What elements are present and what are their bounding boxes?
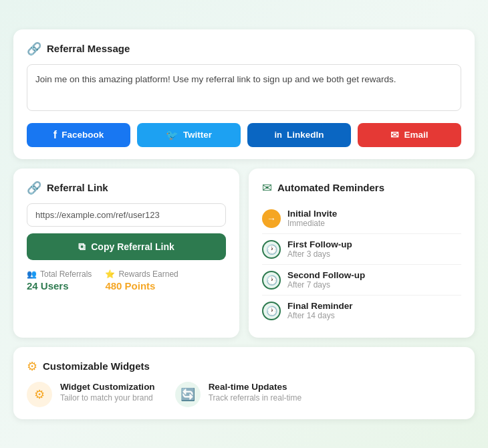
reminder-content-first: First Follow-up After 3 days [287, 239, 352, 259]
realtime-updates-icon-circle: 🔄 [175, 382, 201, 407]
realtime-updates-item: 🔄 Real-time Updates Track referrals in r… [175, 382, 302, 407]
referral-link-card: 🔗 Referral Link ⧉ Copy Referral Link 👥 T… [13, 169, 239, 338]
reminder-title-first: First Follow-up [287, 239, 352, 249]
widgets-header-icon: ⚙ [27, 359, 37, 374]
reminder-dot-second: 🕐 [262, 271, 281, 290]
reminder-content-final: Final Reminder After 14 days [287, 301, 353, 320]
reminder-dot-first: 🕐 [262, 240, 281, 259]
realtime-updates-subtitle: Track referrals in real-time [209, 393, 302, 403]
facebook-button[interactable]: f Facebook [27, 123, 130, 147]
email-button[interactable]: ✉ Email [358, 123, 461, 147]
reminder-list: → Initial Invite Immediate 🕐 First Follo… [262, 203, 461, 326]
referral-link-title: Referral Link [47, 182, 108, 193]
reminder-subtitle-first: After 3 days [287, 249, 352, 259]
total-referrals-value: 24 Users [27, 280, 92, 292]
reminder-subtitle-second: After 7 days [287, 280, 365, 290]
rewards-earned-stat: ⭐ Rewards Earned 480 Points [105, 269, 178, 292]
widgets-header: ⚙ Customizable Widgets [27, 359, 461, 374]
referral-link-icon: 🔗 [27, 181, 41, 195]
widget-customization-subtitle: Tailor to match your brand [60, 393, 155, 403]
reminders-icon: ✉ [262, 181, 272, 195]
email-label: Email [404, 130, 428, 140]
automated-reminders-card: ✉ Automated Reminders → Initial Invite I… [249, 169, 475, 338]
rewards-label: ⭐ Rewards Earned [105, 269, 178, 279]
widget-customization-icon: ⚙ [34, 387, 45, 402]
social-buttons-row: f Facebook 🐦 Twitter in LinkedIn ✉ Email [27, 123, 461, 147]
twitter-icon: 🐦 [166, 129, 178, 141]
list-item: 🕐 First Follow-up After 3 days [262, 234, 461, 265]
customizable-widgets-card: ⚙ Customizable Widgets ⚙ Widget Customiz… [13, 347, 475, 419]
stats-row: 👥 Total Referrals 24 Users ⭐ Rewards Ear… [27, 269, 226, 292]
referral-message-card: 🔗 Referral Message Join me on this amazi… [13, 29, 475, 159]
widgets-row: ⚙ Widget Customization Tailor to match y… [27, 382, 461, 407]
main-container: 🔗 Referral Message Join me on this amazi… [13, 29, 475, 419]
total-referrals-stat: 👥 Total Referrals 24 Users [27, 269, 92, 292]
total-referrals-label: 👥 Total Referrals [27, 269, 92, 279]
reminder-subtitle-initial: Immediate [287, 219, 337, 228]
twitter-button[interactable]: 🐦 Twitter [137, 123, 241, 147]
bottom-row: 🔗 Referral Link ⧉ Copy Referral Link 👥 T… [13, 169, 475, 338]
linkedin-icon: in [274, 130, 282, 140]
referral-message-header: 🔗 Referral Message [27, 41, 461, 56]
widget-customization-title: Widget Customization [60, 382, 155, 392]
copy-icon: ⧉ [78, 241, 86, 253]
facebook-label: Facebook [62, 130, 104, 140]
list-item: 🕐 Final Reminder After 14 days [262, 296, 461, 326]
twitter-label: Twitter [183, 130, 212, 140]
list-item: → Initial Invite Immediate [262, 203, 461, 234]
widget-customization-icon-circle: ⚙ [27, 382, 52, 407]
copy-referral-link-button[interactable]: ⧉ Copy Referral Link [27, 233, 226, 260]
linkedin-button[interactable]: in LinkedIn [247, 123, 351, 147]
reminder-content-initial: Initial Invite Immediate [287, 209, 337, 228]
referral-message-textarea[interactable]: Join me on this amazing platform! Use my… [27, 64, 461, 111]
referral-message-icon: 🔗 [27, 41, 41, 56]
realtime-updates-title: Real-time Updates [209, 382, 302, 392]
copy-button-label: Copy Referral Link [91, 241, 174, 252]
linkedin-label: LinkedIn [287, 130, 324, 140]
reminder-subtitle-final: After 14 days [287, 311, 353, 320]
reminder-title-final: Final Reminder [287, 301, 353, 311]
reminder-title-second: Second Follow-up [287, 270, 365, 280]
reminder-dot-final: 🕐 [262, 302, 281, 320]
realtime-updates-icon: 🔄 [180, 387, 195, 402]
facebook-icon: f [53, 129, 57, 141]
reminders-title: Automated Reminders [277, 182, 384, 193]
widget-customization-item: ⚙ Widget Customization Tailor to match y… [27, 382, 155, 407]
users-icon: 👥 [27, 269, 37, 279]
email-icon: ✉ [390, 129, 399, 141]
list-item: 🕐 Second Follow-up After 7 days [262, 265, 461, 296]
rewards-value: 480 Points [105, 280, 178, 292]
reminders-header: ✉ Automated Reminders [262, 181, 461, 195]
widget-customization-content: Widget Customization Tailor to match you… [60, 382, 155, 403]
reminder-content-second: Second Follow-up After 7 days [287, 270, 365, 290]
rewards-icon: ⭐ [105, 269, 115, 279]
reminder-title-initial: Initial Invite [287, 209, 337, 219]
referral-link-input[interactable] [27, 203, 226, 227]
referral-message-title: Referral Message [47, 43, 130, 54]
widgets-header-title: Customizable Widgets [43, 360, 150, 372]
reminder-dot-initial: → [262, 209, 281, 228]
realtime-updates-content: Real-time Updates Track referrals in rea… [209, 382, 302, 403]
referral-link-header: 🔗 Referral Link [27, 181, 226, 195]
